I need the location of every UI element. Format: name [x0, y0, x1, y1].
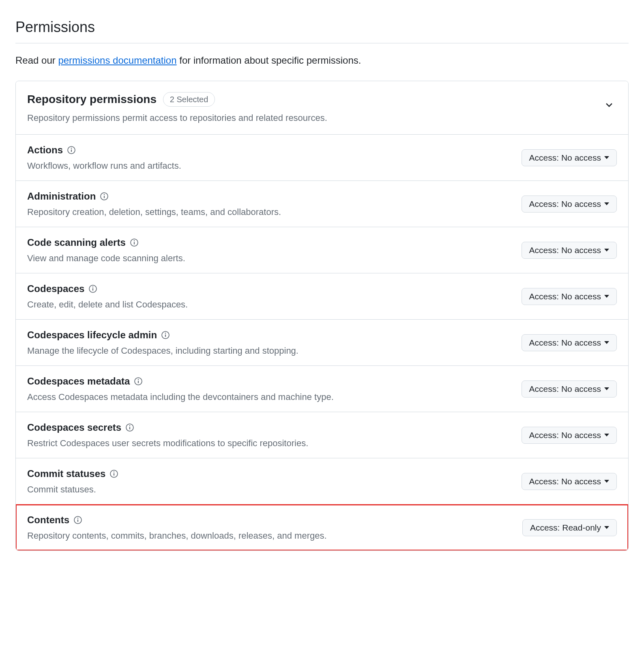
- svg-point-14: [165, 333, 166, 333]
- access-label: Access: No access: [529, 292, 601, 301]
- access-dropdown[interactable]: Access: No access: [522, 149, 617, 166]
- permission-row: Codespaces metadataAccess Codespaces met…: [16, 366, 628, 412]
- svg-point-26: [77, 518, 78, 518]
- permission-row: Codespaces lifecycle adminManage the lif…: [16, 320, 628, 366]
- intro-suffix: for information about specific permissio…: [177, 55, 361, 66]
- access-label: Access: No access: [529, 477, 601, 486]
- permission-row: ContentsRepository contents, commits, br…: [16, 505, 628, 550]
- permission-title: Commit statuses: [27, 466, 105, 481]
- panel-header[interactable]: Repository permissions 2 Selected Reposi…: [16, 81, 628, 135]
- caret-down-icon: [604, 480, 609, 483]
- permission-title: Codespaces secrets: [27, 420, 121, 435]
- permission-row: CodespacesCreate, edit, delete and list …: [16, 273, 628, 320]
- access-label: Access: No access: [529, 153, 601, 163]
- access-dropdown[interactable]: Access: No access: [522, 473, 617, 490]
- permission-title: Contents: [27, 513, 69, 527]
- permission-description: Access Codespaces metadata including the…: [27, 390, 513, 404]
- svg-point-5: [104, 194, 105, 195]
- svg-point-2: [71, 148, 72, 148]
- access-label: Access: No access: [529, 338, 601, 348]
- permission-description: Commit statuses.: [27, 483, 513, 496]
- caret-down-icon: [604, 526, 609, 529]
- access-dropdown[interactable]: Access: No access: [522, 288, 617, 305]
- caret-down-icon: [604, 249, 609, 251]
- intro-text: Read our permissions documentation for i…: [15, 53, 629, 68]
- permission-title: Code scanning alerts: [27, 235, 126, 250]
- access-dropdown[interactable]: Access: No access: [522, 242, 617, 259]
- info-icon[interactable]: [109, 469, 118, 478]
- svg-point-8: [133, 240, 134, 241]
- chevron-down-icon[interactable]: [605, 100, 614, 109]
- access-label: Access: No access: [529, 384, 601, 394]
- info-icon[interactable]: [125, 423, 134, 432]
- panel-title: Repository permissions: [27, 91, 157, 108]
- caret-down-icon: [604, 202, 609, 205]
- info-icon[interactable]: [161, 331, 170, 340]
- page-title: Permissions: [15, 16, 629, 43]
- permission-title: Actions: [27, 143, 63, 157]
- caret-down-icon: [604, 387, 609, 390]
- info-icon[interactable]: [73, 516, 82, 524]
- info-icon[interactable]: [67, 146, 76, 155]
- permission-description: Workflows, workflow runs and artifacts.: [27, 159, 513, 172]
- access-dropdown[interactable]: Access: No access: [522, 334, 617, 351]
- caret-down-icon: [604, 295, 609, 298]
- permission-description: Repository contents, commits, branches, …: [27, 529, 514, 542]
- permission-title: Administration: [27, 189, 96, 204]
- access-dropdown[interactable]: Access: No access: [522, 380, 617, 398]
- permission-row: AdministrationRepository creation, delet…: [16, 181, 628, 227]
- repository-permissions-panel: Repository permissions 2 Selected Reposi…: [15, 81, 629, 551]
- info-icon[interactable]: [88, 284, 97, 293]
- svg-point-17: [138, 379, 139, 380]
- svg-point-20: [129, 425, 130, 426]
- access-dropdown[interactable]: Access: Read-only: [522, 519, 617, 536]
- permission-row: Codespaces secretsRestrict Codespaces us…: [16, 412, 628, 458]
- access-dropdown[interactable]: Access: No access: [522, 427, 617, 444]
- permission-description: Manage the lifecycle of Codespaces, incl…: [27, 344, 513, 357]
- intro-prefix: Read our: [15, 55, 58, 66]
- info-icon[interactable]: [100, 192, 109, 201]
- permission-title: Codespaces metadata: [27, 374, 130, 389]
- info-icon[interactable]: [134, 377, 143, 386]
- access-label: Access: Read-only: [530, 523, 601, 533]
- permission-row: Code scanning alertsView and manage code…: [16, 227, 628, 273]
- access-label: Access: No access: [529, 430, 601, 440]
- selected-count-badge: 2 Selected: [163, 92, 215, 107]
- permission-title: Codespaces lifecycle admin: [27, 328, 157, 342]
- caret-down-icon: [604, 341, 609, 344]
- svg-point-11: [92, 286, 93, 287]
- permissions-doc-link[interactable]: permissions documentation: [58, 55, 176, 66]
- access-label: Access: No access: [529, 199, 601, 209]
- permission-row: Commit statusesCommit statuses.Access: N…: [16, 458, 628, 505]
- permission-description: Repository creation, deletion, settings,…: [27, 205, 513, 219]
- svg-point-23: [114, 471, 114, 472]
- panel-description: Repository permissions permit access to …: [27, 111, 605, 125]
- access-dropdown[interactable]: Access: No access: [522, 196, 617, 213]
- permission-description: Create, edit, delete and list Codespaces…: [27, 298, 513, 311]
- permission-row: ActionsWorkflows, workflow runs and arti…: [16, 135, 628, 181]
- info-icon[interactable]: [130, 238, 139, 247]
- permission-description: Restrict Codespaces user secrets modific…: [27, 436, 513, 450]
- permission-title: Codespaces: [27, 282, 84, 296]
- permission-description: View and manage code scanning alerts.: [27, 251, 513, 265]
- caret-down-icon: [604, 156, 609, 159]
- access-label: Access: No access: [529, 245, 601, 255]
- permissions-list: ActionsWorkflows, workflow runs and arti…: [16, 135, 628, 550]
- caret-down-icon: [604, 434, 609, 436]
